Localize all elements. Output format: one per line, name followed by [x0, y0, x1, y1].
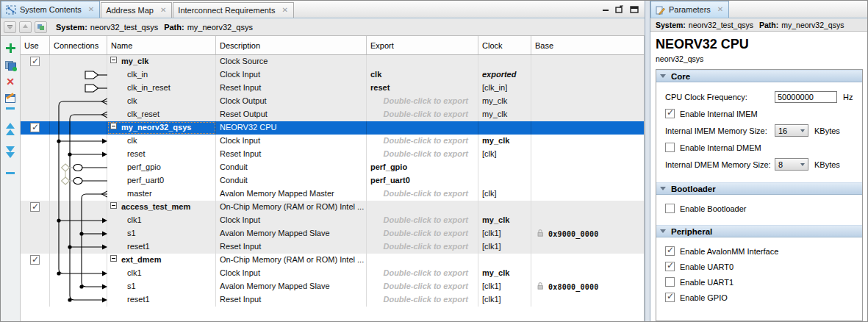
export-name[interactable]: perf_gpio — [367, 162, 407, 171]
param-checkbox[interactable] — [665, 109, 675, 118]
export-placeholder[interactable]: Double-click to export — [367, 108, 478, 121]
use-checkbox[interactable] — [30, 255, 40, 265]
collapse-hierarchy-button[interactable] — [4, 21, 16, 33]
export-placeholder[interactable]: Double-click to export — [367, 227, 478, 240]
connections-cell[interactable] — [50, 293, 107, 307]
close-tab-icon[interactable]: ✕ — [88, 6, 94, 13]
connections-cell[interactable] — [50, 240, 107, 254]
export-placeholder[interactable]: Double-click to export — [367, 187, 478, 200]
connections-cell[interactable] — [50, 161, 107, 174]
connections-cell[interactable] — [50, 108, 107, 121]
base-address[interactable]: 0x8000_0000 — [548, 281, 598, 293]
connections-cell[interactable] — [50, 254, 107, 267]
table-row[interactable]: reset1Reset InputDouble-click to export[… — [21, 293, 644, 307]
connections-cell[interactable] — [50, 227, 107, 240]
duplicate-component-button[interactable] — [4, 58, 17, 71]
close-tab-icon[interactable]: ✕ — [717, 6, 723, 13]
param-checkbox[interactable] — [665, 143, 675, 152]
table-row[interactable]: perf_uart0Conduitperf_uart0 — [21, 174, 644, 187]
table-row[interactable]: my_neorv32_qsysNEORV32 CPU — [21, 121, 644, 135]
table-row[interactable]: reset1Reset InputDouble-click to export[… — [21, 240, 644, 254]
collapse-box-icon[interactable] — [110, 255, 117, 262]
float-window-icon[interactable] — [615, 5, 624, 13]
column-header-use[interactable]: Use — [21, 36, 50, 54]
connections-cell[interactable] — [50, 187, 107, 201]
close-tab-icon[interactable]: ✕ — [281, 7, 287, 14]
table-row[interactable]: ext_dmemOn-Chip Memory (RAM or ROM) Inte… — [21, 254, 644, 267]
column-header-clock[interactable]: Clock — [478, 36, 531, 54]
close-tab-icon[interactable]: ✕ — [160, 7, 166, 14]
param-dropdown[interactable]: 16 — [775, 124, 808, 137]
param-checkbox[interactable] — [665, 204, 675, 213]
export-placeholder[interactable]: Double-click to export — [367, 148, 478, 160]
table-row[interactable]: resetReset InputDouble-click to export[c… — [21, 148, 644, 161]
param-checkbox[interactable] — [665, 277, 675, 287]
minimize-icon[interactable] — [603, 6, 609, 12]
section-header-peripheral[interactable]: Peripheral — [656, 225, 862, 237]
export-placeholder[interactable]: Double-click to export — [367, 240, 478, 253]
export-placeholder[interactable]: Double-click to export — [367, 214, 478, 226]
remove-component-button[interactable]: ✕ — [4, 75, 17, 88]
table-row[interactable]: masterAvalon Memory Mapped MasterDouble-… — [21, 187, 644, 201]
param-input[interactable] — [775, 91, 837, 103]
export-name[interactable]: reset — [367, 83, 390, 92]
column-header-base[interactable]: Base — [531, 36, 644, 54]
table-row[interactable]: clk_resetReset OutputDouble-click to exp… — [21, 108, 644, 121]
section-header-core[interactable]: Core — [656, 70, 862, 82]
column-header-export[interactable]: Export — [367, 36, 478, 54]
tab-interconnect-requirements[interactable]: Interconnect Requirements ✕ — [173, 2, 293, 18]
table-row[interactable]: clk_in_resetReset Inputreset[clk_in] — [21, 82, 644, 95]
column-header-description[interactable]: Description — [216, 36, 367, 54]
section-header-bootloader[interactable]: Bootloader — [656, 182, 862, 195]
connections-cell[interactable] — [50, 148, 107, 161]
param-checkbox[interactable] — [665, 293, 675, 302]
export-placeholder[interactable]: Double-click to export — [367, 280, 478, 293]
use-checkbox[interactable] — [30, 202, 40, 212]
param-checkbox[interactable] — [665, 262, 675, 271]
tab-parameters[interactable]: Parameters ✕ — [650, 1, 729, 18]
column-header-name[interactable]: Name — [107, 36, 216, 54]
connections-cell[interactable] — [50, 174, 107, 187]
unlocked-padlock-icon[interactable] — [537, 281, 544, 293]
export-placeholder[interactable]: Double-click to export — [367, 135, 478, 147]
table-row[interactable]: access_test_memOn-Chip Memory (RAM or RO… — [21, 201, 644, 214]
connections-cell[interactable] — [50, 55, 107, 68]
export-placeholder[interactable]: Double-click to export — [367, 293, 478, 306]
connections-cell[interactable] — [50, 280, 107, 293]
connections-cell[interactable] — [50, 135, 107, 148]
connections-cell[interactable] — [50, 95, 107, 108]
connections-cell[interactable] — [50, 201, 107, 214]
panel-splitter[interactable] — [645, 1, 650, 321]
move-up-hierarchy-button[interactable] — [19, 21, 32, 33]
column-header-connections[interactable]: Connections — [50, 36, 107, 54]
connections-cell[interactable] — [50, 267, 107, 280]
collapse-box-icon[interactable] — [110, 57, 117, 63]
add-component-button[interactable] — [4, 41, 17, 54]
table-row[interactable]: clkClock OutputDouble-click to exportmy_… — [21, 95, 644, 108]
export-name[interactable]: perf_uart0 — [367, 176, 410, 185]
component-view-button[interactable] — [35, 21, 47, 33]
table-row[interactable]: s1Avalon Memory Mapped SlaveDouble-click… — [21, 280, 644, 293]
move-up-button[interactable] — [4, 126, 17, 139]
tab-system-contents[interactable]: System Contents ✕ — [1, 1, 100, 18]
export-placeholder[interactable]: Double-click to export — [367, 267, 478, 279]
maximize-icon[interactable] — [630, 6, 639, 13]
table-row[interactable]: clkClock InputDouble-click to exportmy_c… — [21, 135, 644, 148]
export-placeholder[interactable]: Double-click to export — [367, 95, 478, 107]
table-row[interactable]: s1Avalon Memory Mapped SlaveDouble-click… — [21, 227, 644, 240]
move-bottom-button[interactable] — [4, 160, 17, 173]
export-name[interactable]: clk — [367, 70, 381, 79]
connections-cell[interactable] — [50, 121, 107, 135]
param-dropdown[interactable]: 8 — [775, 158, 808, 171]
connections-cell[interactable] — [50, 68, 107, 82]
connections-cell[interactable] — [50, 214, 107, 227]
collapse-box-icon[interactable] — [110, 123, 117, 129]
table-row[interactable]: my_clkClock Source — [21, 55, 644, 68]
base-address[interactable]: 0x9000_0000 — [548, 228, 598, 240]
collapse-box-icon[interactable] — [110, 202, 117, 209]
table-row[interactable]: clk_inClock Inputclkexported — [21, 68, 644, 82]
param-checkbox[interactable] — [665, 246, 675, 256]
table-row[interactable]: clk1Clock InputDouble-click to exportmy_… — [21, 214, 644, 227]
table-row[interactable]: clk1Clock InputDouble-click to exportmy_… — [21, 267, 644, 280]
table-row[interactable]: perf_gpioConduitperf_gpio — [21, 161, 644, 174]
